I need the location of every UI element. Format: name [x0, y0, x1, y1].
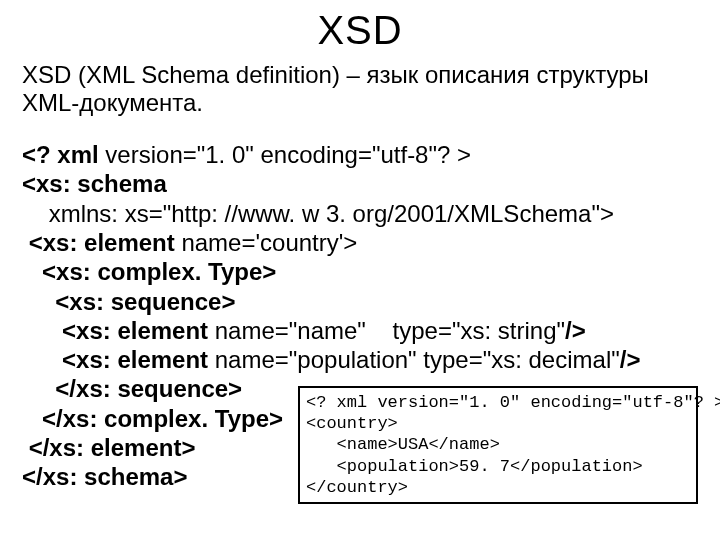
xml-example-box: <? xml version="1. 0" encoding="utf-8"? …: [298, 386, 698, 504]
code-line: <xs: complex. Type>: [22, 257, 700, 286]
code-line: <xs: element name="name" type="xs: strin…: [22, 316, 700, 345]
code-line: <xs: element name='country'>: [22, 228, 700, 257]
slide-description: XSD (XML Schema definition) – язык описа…: [20, 61, 700, 116]
code-line: <xs: element name="population" type="xs:…: [22, 345, 700, 374]
code-line: <xs: schema: [22, 169, 700, 198]
code-line: <xs: sequence>: [22, 287, 700, 316]
code-line: <? xml version="1. 0" encoding="utf-8"? …: [22, 140, 700, 169]
slide-title: XSD: [20, 8, 700, 53]
code-line: xmlns: xs="http: //www. w 3. org/2001/XM…: [22, 199, 700, 228]
